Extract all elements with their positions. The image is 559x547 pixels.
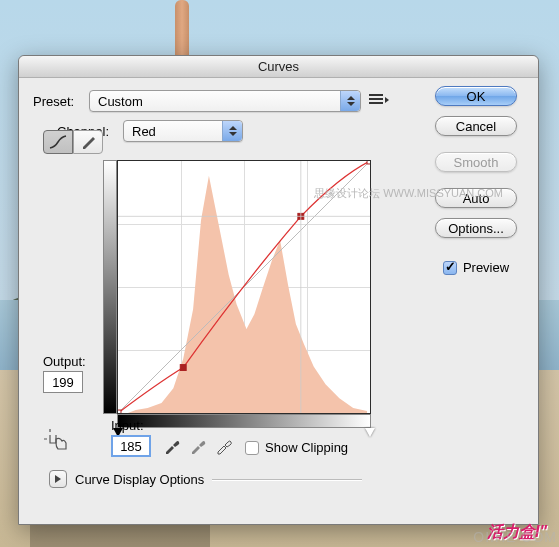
preview-checkbox[interactable] <box>443 261 457 275</box>
chevron-right-icon <box>55 475 61 483</box>
options-button[interactable]: Options... <box>435 218 517 238</box>
output-label: Output: <box>43 354 86 369</box>
ok-button[interactable]: OK <box>435 86 517 106</box>
select-stepper-icon <box>340 91 360 111</box>
preset-value: Custom <box>98 94 143 109</box>
disclosure-label: Curve Display Options <box>75 472 204 487</box>
show-clipping-checkbox[interactable] <box>245 441 259 455</box>
preset-select[interactable]: Custom <box>89 90 361 112</box>
preset-label: Preset: <box>33 94 89 109</box>
input-label: Input: <box>111 418 144 433</box>
black-eyedropper-icon[interactable] <box>163 437 181 455</box>
watermark-text: 思缘设计论坛 WWW.MISSYUAN.COM <box>314 186 503 201</box>
input-input[interactable] <box>111 435 151 457</box>
cancel-button[interactable]: Cancel <box>435 116 517 136</box>
output-gradient <box>103 160 117 414</box>
curve-icon <box>49 135 67 149</box>
preset-menu-icon[interactable] <box>369 94 387 108</box>
smooth-button: Smooth <box>435 152 517 172</box>
gray-eyedropper-icon[interactable] <box>189 437 207 455</box>
curves-dialog: Curves Preset: Custom Channel: Red OK Ca… <box>18 55 539 525</box>
white-eyedropper-icon[interactable] <box>215 437 233 455</box>
target-adjust-tool[interactable] <box>43 428 69 452</box>
output-input[interactable] <box>43 371 83 393</box>
svg-rect-1 <box>118 410 121 413</box>
white-point-slider[interactable] <box>365 428 375 437</box>
pencil-tool-button[interactable] <box>73 130 103 154</box>
pencil-icon <box>81 135 95 149</box>
show-clipping-label: Show Clipping <box>265 440 348 455</box>
svg-rect-2 <box>180 365 186 371</box>
svg-rect-4 <box>367 161 370 164</box>
preview-label: Preview <box>463 260 509 275</box>
dialog-title: Curves <box>19 56 538 78</box>
divider <box>212 479 362 480</box>
watermark-text-3: OIIHE COM <box>473 529 557 545</box>
disclosure-button[interactable] <box>49 470 67 488</box>
curve-tool-button[interactable] <box>43 130 73 154</box>
